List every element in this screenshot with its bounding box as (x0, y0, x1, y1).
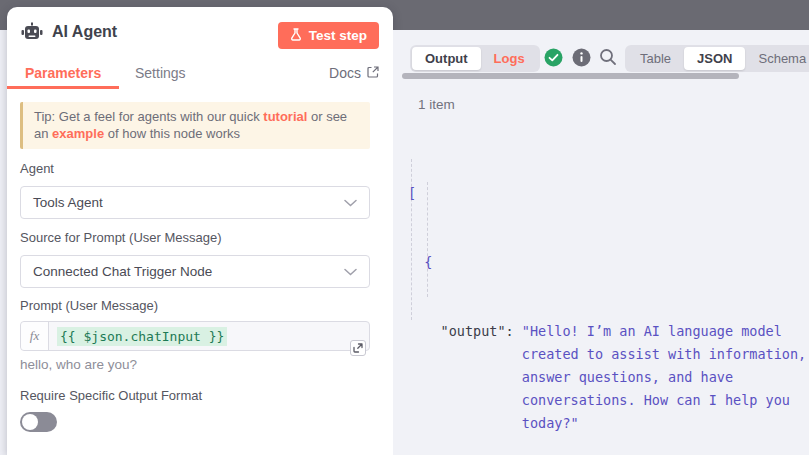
tab-parameters[interactable]: Parameters (25, 65, 101, 81)
tab-table[interactable]: Table (627, 47, 684, 70)
json-output: [ { "output":"Hello! I’m an AI language … (408, 136, 809, 455)
json-bracket-open: [ (408, 182, 809, 205)
robot-icon (21, 22, 43, 41)
node-title: AI Agent (52, 23, 117, 41)
prompt-field-label: Prompt (User Message) (20, 298, 158, 313)
tab-schema[interactable]: Schema (745, 47, 809, 70)
format-switch: Table JSON Schema (625, 45, 809, 72)
output-panel: Output Logs Table JSON Schema (393, 30, 809, 455)
chevron-down-icon (344, 268, 357, 276)
prompt-expression-field[interactable]: fx {{ $json.chatInput }} (20, 321, 370, 351)
test-step-label: Test step (309, 28, 367, 43)
json-key: "output": (441, 320, 514, 435)
expression-preview: hello, who are you? (20, 357, 137, 372)
agent-select-value: Tools Agent (33, 195, 103, 210)
json-value: "Hello! I’m an AI language model created… (522, 320, 809, 435)
search-icon[interactable] (598, 47, 618, 67)
success-check-icon (543, 47, 563, 67)
source-field-label: Source for Prompt (User Message) (20, 230, 222, 245)
tab-output[interactable]: Output (412, 47, 481, 70)
horizontal-scrollbar[interactable] (402, 73, 739, 79)
tab-json[interactable]: JSON (684, 47, 745, 70)
fx-badge: fx (21, 322, 49, 350)
json-brace-open: { (408, 251, 809, 274)
tip-text: Tip: Get a feel for agents with our quic… (34, 109, 263, 124)
expand-expression-icon[interactable] (350, 340, 366, 356)
toggle-knob (22, 414, 38, 430)
json-output-row: "output":"Hello! I’m an AI language mode… (408, 320, 809, 435)
tab-logs[interactable]: Logs (481, 47, 538, 70)
expression-value: {{ $json.chatInput }} (57, 327, 227, 346)
agent-field-label: Agent (20, 161, 54, 176)
test-step-button[interactable]: Test step (278, 22, 379, 49)
output-format-toggle[interactable] (20, 412, 57, 432)
docs-label: Docs (329, 65, 361, 81)
source-select[interactable]: Connected Chat Trigger Node (20, 255, 370, 288)
flask-icon (290, 28, 302, 44)
tutorial-link[interactable]: tutorial (263, 109, 307, 124)
tip-callout: Tip: Get a feel for agents with our quic… (20, 102, 370, 149)
screen: AI Agent Test step Parameters Settings D… (0, 0, 809, 455)
example-link[interactable]: example (52, 126, 104, 141)
output-format-label: Require Specific Output Format (20, 388, 202, 403)
docs-link[interactable]: Docs (329, 65, 379, 81)
source-select-value: Connected Chat Trigger Node (33, 264, 212, 279)
node-settings-panel: AI Agent Test step Parameters Settings D… (7, 7, 393, 455)
output-logs-switch: Output Logs (410, 45, 540, 72)
chevron-down-icon (344, 199, 357, 207)
tip-text-suffix: of how this node works (104, 126, 240, 141)
expression-input[interactable]: {{ $json.chatInput }} (49, 322, 235, 350)
tab-settings[interactable]: Settings (135, 65, 186, 81)
active-tab-underline (7, 86, 119, 89)
agent-select[interactable]: Tools Agent (20, 186, 370, 219)
items-count: 1 item (418, 97, 455, 112)
node-header: AI Agent Test step (7, 7, 393, 57)
info-icon[interactable] (571, 47, 591, 67)
external-link-icon (367, 65, 379, 81)
